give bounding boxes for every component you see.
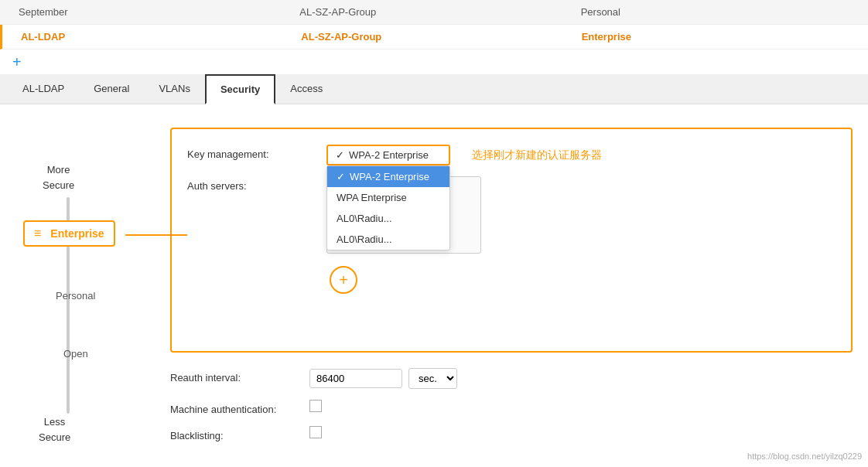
key-management-control: ✓ WPA-2 Enterprise ✓ WPA-2 Enterprise WP… [326, 145, 836, 165]
dropdown-item-al0r1[interactable]: AL0\Radiu... [327, 208, 449, 229]
key-management-label: Key management: [187, 145, 326, 160]
less-secure-label: LessSecure [39, 414, 70, 445]
row-col1-active: AL-LDAP [15, 28, 295, 46]
table-row-active[interactable]: AL-LDAP AL-SZ-AP-Group Enterprise [0, 25, 868, 49]
auth-servers-label: Auth servers: [187, 176, 326, 192]
more-secure-label: MoreSecure [43, 162, 74, 193]
enterprise-label: Enterprise [50, 227, 104, 240]
row-col3-active: Enterprise [576, 28, 856, 46]
dropdown-selected-text: WPA-2 Enterprise [349, 149, 441, 161]
machine-auth-control [309, 400, 853, 412]
dropdown-item-wpa2[interactable]: ✓ WPA-2 Enterprise [327, 166, 449, 187]
reauth-interval-control: sec. min. hr. [309, 368, 853, 389]
option-label-al0r2: AL0\Radiu... [337, 234, 392, 245]
option-label: WPA-2 Enterprise [350, 171, 429, 182]
security-slider-area: MoreSecure ≡ Enterprise Personal Open Le… [0, 120, 155, 460]
enterprise-badge[interactable]: ≡ Enterprise [23, 220, 115, 247]
handle-icon: ≡ [34, 227, 41, 240]
dropdown-item-al0r2[interactable]: AL0\Radiu... [327, 229, 449, 250]
option-label-wpa: WPA Enterprise [337, 192, 407, 203]
row-col3: Personal [575, 3, 856, 21]
option-label-al0r1: AL0\Radiu... [337, 213, 392, 224]
top-table: September AL-SZ-AP-Group Personal AL-LDA… [0, 0, 868, 74]
reauth-unit-select[interactable]: sec. min. hr. [408, 368, 457, 389]
blacklisting-checkbox[interactable] [309, 426, 322, 438]
watermark: https://blog.csdn.net/yilzq0229 [747, 452, 862, 461]
tab-security[interactable]: Security [205, 74, 275, 104]
reauth-interval-input[interactable] [309, 369, 402, 388]
tab-access[interactable]: Access [275, 74, 337, 104]
dropdown-item-wpa[interactable]: WPA Enterprise [327, 187, 449, 208]
tab-bar: AL-LDAP General VLANs Security Access [0, 74, 868, 104]
add-auth-server-button[interactable]: + [330, 266, 357, 294]
check-mark: ✓ [337, 171, 345, 182]
add-row-button[interactable]: + [12, 54, 22, 70]
form-section: Key management: ✓ WPA-2 Enterprise ✓ WPA… [170, 128, 853, 353]
row-col2-active: AL-SZ-AP-Group [295, 28, 575, 46]
key-management-dropdown-trigger[interactable]: ✓ WPA-2 Enterprise [326, 145, 450, 165]
dropdown-menu: ✓ WPA-2 Enterprise WPA Enterprise AL0\Ra… [326, 165, 450, 251]
blacklisting-row: Blacklisting: [170, 426, 853, 441]
table-row-inactive: September AL-SZ-AP-Group Personal [0, 0, 868, 25]
reauth-interval-row: Reauth interval: sec. min. hr. [170, 368, 853, 389]
key-management-row: Key management: ✓ WPA-2 Enterprise ✓ WPA… [187, 145, 836, 165]
machine-auth-checkbox[interactable] [309, 400, 322, 412]
row-col1: September [12, 3, 293, 21]
personal-label: Personal [56, 290, 95, 302]
blacklisting-label: Blacklisting: [170, 426, 309, 441]
content-area: MoreSecure ≡ Enterprise Personal Open Le… [0, 104, 868, 467]
machine-auth-label: Machine authentication: [170, 400, 309, 415]
reauth-interval-label: Reauth interval: [170, 368, 309, 383]
dropdown-wrapper: ✓ WPA-2 Enterprise ✓ WPA-2 Enterprise WP… [326, 145, 450, 165]
annotation-text: 选择刚才新建的认证服务器 [472, 148, 602, 162]
open-label: Open [63, 348, 88, 360]
tab-alldap[interactable]: AL-LDAP [8, 74, 79, 104]
check-icon: ✓ [336, 149, 344, 161]
row-col2: AL-SZ-AP-Group [293, 3, 574, 21]
auth-servers-row: Auth servers: + [187, 176, 836, 294]
tab-vlans[interactable]: VLANs [144, 74, 204, 104]
tab-general[interactable]: General [79, 74, 144, 104]
machine-auth-row: Machine authentication: [170, 400, 853, 415]
blacklisting-control [309, 426, 853, 438]
security-form: Key management: ✓ WPA-2 Enterprise ✓ WPA… [155, 120, 868, 460]
